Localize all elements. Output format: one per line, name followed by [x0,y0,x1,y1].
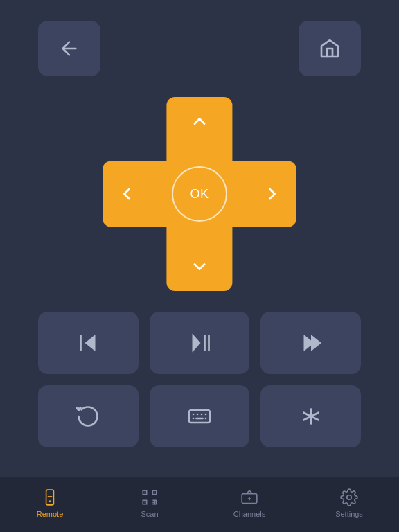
dpad-up-button[interactable] [179,104,220,139]
channels-tab-label: Channels [233,510,265,518]
ok-button[interactable]: OK [172,166,227,222]
scan-tab-label: Scan [141,510,158,518]
tab-bar: Remote Scan [0,477,399,532]
svg-marker-2 [193,334,201,353]
scan-tab-icon [140,488,159,507]
dpad: OK [103,97,296,291]
svg-rect-19 [46,490,54,505]
tab-channels[interactable]: Channels [200,488,299,521]
dpad-left-button[interactable] [109,173,144,215]
media-controls [0,312,399,447]
home-icon [319,37,341,60]
tab-remote[interactable]: Remote [0,488,100,521]
ok-label: OK [190,187,209,202]
svg-marker-0 [85,335,96,351]
remote-tab-label: Remote [37,510,64,518]
settings-tab-label: Settings [335,510,363,518]
back-icon [58,37,80,60]
fast-forward-button[interactable] [260,312,361,374]
svg-rect-27 [154,492,155,493]
play-pause-button[interactable] [150,312,250,374]
utility-row [38,385,361,447]
remote-tab-icon [40,488,60,507]
svg-rect-8 [189,410,210,423]
rewind-button[interactable] [38,312,139,374]
settings-tab-icon [339,488,359,507]
channels-tab-icon [240,488,259,507]
replay-button[interactable] [38,385,139,447]
fast-forward-icon [299,330,323,355]
top-bar [0,0,399,83]
tab-settings[interactable]: Settings [299,488,399,521]
keyboard-button[interactable] [150,385,250,447]
play-pause-icon [187,330,212,355]
asterisk-icon [299,404,323,429]
back-button[interactable] [38,21,100,76]
rewind-icon [76,330,100,355]
home-button[interactable] [299,21,361,76]
svg-point-20 [49,500,51,502]
svg-rect-26 [144,492,145,493]
dpad-down-button[interactable] [179,249,220,284]
playback-row [38,312,361,374]
dpad-right-button[interactable] [255,173,290,215]
replay-icon [76,404,100,429]
keyboard-icon [187,404,212,429]
asterisk-button[interactable] [260,385,361,447]
svg-rect-28 [144,502,145,503]
tab-scan[interactable]: Scan [100,488,200,521]
svg-point-37 [347,495,352,500]
svg-marker-6 [311,335,321,351]
